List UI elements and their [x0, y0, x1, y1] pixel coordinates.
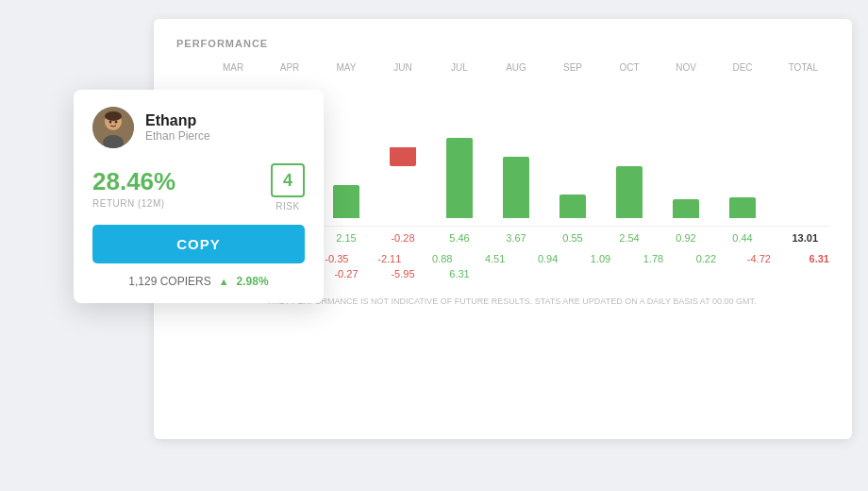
copiers-row: 1,129 COPIERS ▲ 2.98% [92, 275, 305, 288]
month-oct: OCT [601, 62, 658, 73]
svg-point-4 [109, 121, 112, 124]
bar-dec [714, 76, 771, 218]
bar-may [318, 76, 375, 218]
user-info: Ethanp Ethan Pierce [145, 112, 210, 143]
y17-dec4: -5.95 [375, 268, 431, 279]
y17-total: 6.31 [785, 253, 829, 264]
bar-aug [488, 76, 544, 218]
y17-dec1: 0.22 [679, 253, 732, 264]
return-label: RETURN (12M) [92, 198, 175, 209]
username: Ethanp [145, 112, 210, 129]
y17-jun: -2.11 [363, 253, 416, 264]
user-header: Ethanp Ethan Pierce [92, 107, 305, 148]
month-aug: AUG [488, 62, 544, 73]
copy-button[interactable]: COPY [92, 225, 305, 263]
total-2018: 13.01 [771, 232, 818, 244]
val-nov-2018: 0.92 [658, 232, 714, 244]
y17-dec2: -4.72 [732, 253, 785, 264]
month-may: MAY [318, 62, 375, 73]
copiers-count: 1,129 COPIERS [128, 275, 210, 288]
month-jul: JUL [431, 62, 488, 73]
bar-oct [601, 76, 658, 218]
svg-point-5 [115, 121, 118, 124]
return-value: 28.46% [92, 167, 175, 196]
month-mar: MAR [205, 62, 261, 73]
avatar [92, 107, 134, 148]
performance-title: PERFORMANCE [176, 38, 829, 49]
bar-sep [544, 76, 601, 218]
month-apr: APR [261, 62, 318, 73]
val-dec-2018: 0.44 [714, 232, 771, 244]
val-aug-2018: 3.67 [488, 232, 544, 244]
val-jun-2018: -0.28 [375, 232, 431, 244]
val-may-2018: 2.15 [318, 232, 375, 244]
y17-sep: 0.94 [522, 253, 575, 264]
month-nov: NOV [658, 62, 714, 73]
y17-nov: 1.78 [627, 253, 680, 264]
stats-row: 28.46% RETURN (12M) 4 RISK [92, 163, 305, 212]
risk-block: 4 RISK [271, 163, 305, 212]
y17-oct: 1.09 [575, 253, 627, 264]
month-dec: DEC [714, 62, 771, 73]
val-oct-2018: 2.54 [601, 232, 658, 244]
trend-value: 2.98% [237, 275, 269, 288]
val-jul-2018: 5.46 [431, 232, 488, 244]
trend-arrow-icon: ▲ [219, 276, 229, 287]
y17-aug: 4.51 [469, 253, 522, 264]
risk-label: RISK [275, 201, 299, 212]
avatar-image [92, 107, 134, 148]
y17-dec3: -0.27 [318, 268, 375, 279]
return-block: 28.46% RETURN (12M) [92, 167, 175, 209]
month-jun: JUN [375, 62, 431, 73]
bar-nov [658, 76, 714, 218]
total-header: TOTAL [771, 62, 818, 73]
full-name: Ethan Pierce [145, 129, 210, 143]
user-card: Ethanp Ethan Pierce 28.46% RETURN (12M) … [74, 90, 324, 303]
scene: PERFORMANCE MAR APR MAY JUN JUL AUG SEP … [0, 0, 868, 491]
risk-badge: 4 [271, 163, 305, 197]
val-sep-2018: 0.55 [544, 232, 601, 244]
y17-dec5: 6.31 [431, 268, 488, 279]
month-labels-row: MAR APR MAY JUN JUL AUG SEP OCT NOV DEC … [205, 62, 829, 73]
y17-jul: 0.88 [416, 253, 469, 264]
month-sep: SEP [544, 62, 601, 73]
bar-jun [375, 76, 431, 218]
svg-point-2 [105, 111, 122, 121]
bar-jul [431, 76, 488, 218]
